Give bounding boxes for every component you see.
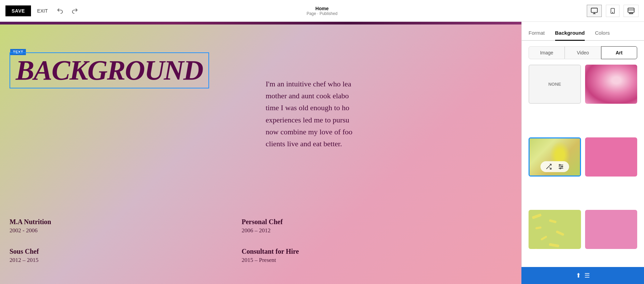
none-label: NONE xyxy=(548,82,561,87)
art-cell-dots[interactable] xyxy=(529,210,581,249)
sub-tabs: Image Video Art xyxy=(522,41,644,59)
toolbar-right xyxy=(587,5,639,17)
info-date-3: 2012 – 2015 xyxy=(10,257,215,264)
heading-text: BACKGROUND xyxy=(16,56,203,84)
filter-button[interactable] xyxy=(557,163,564,170)
page-subtitle: Page · Published xyxy=(307,11,337,16)
svg-rect-0 xyxy=(591,8,597,12)
extra-icon xyxy=(627,7,635,15)
right-panel: Format Background Colors Image Video Art… xyxy=(521,22,644,284)
tab-colors[interactable]: Colors xyxy=(595,30,610,41)
desktop-view-button[interactable] xyxy=(587,5,602,17)
save-button[interactable]: SAVE xyxy=(5,5,31,16)
art-cell-green-yellow[interactable] xyxy=(529,137,581,177)
bottom-bar-icon-2: ☰ xyxy=(584,272,590,279)
art-cell-pink-solid-2[interactable] xyxy=(585,210,638,249)
page-background[interactable]: TEXT BACKGROUND I'm an intuitive chef wh… xyxy=(0,22,521,284)
info-item-3: Sous Chef 2012 – 2015 xyxy=(10,248,215,264)
art-thumbnail-pink-swirl-1 xyxy=(585,65,638,104)
shuffle-icon xyxy=(545,163,552,170)
art-grid: NONE xyxy=(522,59,644,284)
canvas: TEXT BACKGROUND I'm an intuitive chef wh… xyxy=(0,22,521,284)
info-item-2: Personal Chef 2006 – 2012 xyxy=(242,218,447,234)
art-cell-pink-swirl-1[interactable] xyxy=(585,65,638,104)
info-title-3: Sous Chef xyxy=(10,248,215,255)
sub-tab-image[interactable]: Image xyxy=(529,46,565,59)
art-thumbnail-pink-solid-2 xyxy=(585,210,638,249)
sub-tab-video[interactable]: Video xyxy=(565,46,601,59)
description-text: I'm an intuitive chef who lea mother and… xyxy=(266,78,446,150)
art-thumbnail-dots xyxy=(529,210,581,249)
info-date-4: 2015 – Present xyxy=(242,257,447,264)
desktop-icon xyxy=(591,7,598,15)
filter-icon xyxy=(557,163,564,170)
top-decorative-band xyxy=(0,22,521,24)
sub-tab-art[interactable]: Art xyxy=(601,46,637,59)
exit-button[interactable]: EXIT xyxy=(34,5,51,16)
info-section: M.A Nutrition 2002 - 2006 Personal Chef … xyxy=(10,218,446,264)
redo-button[interactable] xyxy=(69,6,81,16)
mobile-icon xyxy=(610,7,616,15)
selected-text-box[interactable]: BACKGROUND xyxy=(10,52,209,88)
extra-view-button[interactable] xyxy=(624,5,639,17)
undo-button[interactable] xyxy=(54,6,66,16)
panel-tabs: Format Background Colors xyxy=(522,22,644,41)
art-thumbnail-pink-solid xyxy=(585,137,638,177)
tab-background[interactable]: Background xyxy=(555,30,585,41)
shuffle-button[interactable] xyxy=(545,163,552,170)
art-cell-pink-solid[interactable] xyxy=(585,137,638,177)
page-title: Home xyxy=(307,6,337,11)
svg-point-2 xyxy=(612,12,613,13)
undo-icon xyxy=(57,7,63,14)
info-date-1: 2002 - 2006 xyxy=(10,227,215,234)
bottom-bar-icon-1: ⬆ xyxy=(576,272,581,279)
info-item-4: Consultant for Hire 2015 – Present xyxy=(242,248,447,264)
main-area: TEXT BACKGROUND I'm an intuitive chef wh… xyxy=(0,22,644,284)
svg-point-13 xyxy=(561,166,562,167)
info-title-2: Personal Chef xyxy=(242,218,447,226)
cell-actions xyxy=(540,161,569,172)
tab-format[interactable]: Format xyxy=(529,30,545,41)
bottom-action-bar: ⬆ ☰ xyxy=(521,267,644,284)
toolbar: SAVE EXIT Home Page · Published xyxy=(0,0,644,22)
info-title-1: M.A Nutrition xyxy=(10,218,215,226)
info-title-4: Consultant for Hire xyxy=(242,248,447,255)
info-date-2: 2006 – 2012 xyxy=(242,227,447,234)
svg-point-12 xyxy=(559,164,560,165)
mobile-view-button[interactable] xyxy=(606,5,619,17)
toolbar-center: Home Page · Published xyxy=(307,6,337,16)
info-item-1: M.A Nutrition 2002 - 2006 xyxy=(10,218,215,234)
svg-point-14 xyxy=(560,168,561,169)
toolbar-left: SAVE EXIT xyxy=(5,5,81,16)
art-cell-none[interactable]: NONE xyxy=(529,65,581,104)
redo-icon xyxy=(72,7,78,14)
